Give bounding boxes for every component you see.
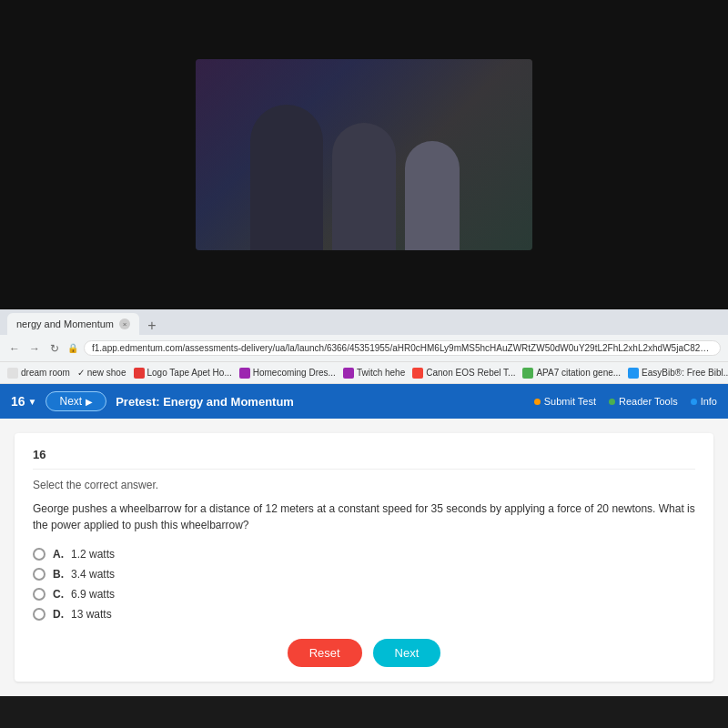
reader-tools-button[interactable]: Reader Tools	[609, 396, 678, 407]
bookmark-twitch[interactable]: Twitch hehe	[343, 368, 405, 379]
bookmark-label: dream room	[21, 368, 70, 378]
tab-close-button[interactable]: ×	[119, 318, 130, 329]
tv-area	[0, 0, 728, 309]
reader-tools-label: Reader Tools	[619, 396, 678, 407]
arrow-icon: ▶	[86, 397, 93, 407]
info-label: Info	[701, 396, 717, 407]
option-c[interactable]: C. 6.9 watts	[33, 588, 695, 601]
bookmark-apa7[interactable]: APA7 citation gene...	[522, 368, 621, 379]
option-b[interactable]: B. 3.4 watts	[33, 568, 695, 581]
figure-1	[250, 105, 323, 250]
submit-dot-icon	[534, 399, 541, 405]
option-letter-a: A.	[53, 548, 64, 561]
bookmark-label: ✓ new shoe	[77, 368, 126, 378]
option-letter-c: C.	[53, 588, 64, 601]
option-text-d: 13 watts	[71, 608, 112, 621]
submit-test-label: Submit Test	[544, 396, 596, 407]
next-label: Next	[59, 395, 82, 408]
info-dot-icon	[691, 399, 697, 405]
bookmark-logo-tape[interactable]: Logo Tape Apet Ho...	[134, 368, 232, 379]
reload-button[interactable]: ↻	[47, 341, 62, 356]
figure-3	[405, 141, 460, 250]
info-button[interactable]: Info	[691, 396, 717, 407]
bookmark-icon	[522, 368, 533, 379]
toolbar-right: Submit Test Reader Tools Info	[534, 396, 717, 407]
content-area: 16 Select the correct answer. George pus…	[0, 419, 728, 696]
bookmark-icon	[628, 368, 639, 379]
chevron-down-icon: ▼	[28, 397, 37, 407]
address-bar: ← → ↻ 🔒 f1.app.edmentum.com/assessments-…	[0, 335, 728, 362]
question-number-label: 16	[33, 448, 695, 470]
option-text-a: 1.2 watts	[71, 548, 115, 561]
bookmarks-bar: dream room ✓ new shoe Logo Tape Apet Ho.…	[0, 362, 728, 384]
option-text-b: 3.4 watts	[71, 568, 115, 581]
bookmark-label: Twitch hehe	[357, 368, 405, 378]
option-d[interactable]: D. 13 watts	[33, 608, 695, 621]
option-letter-b: B.	[53, 568, 64, 581]
answer-options: A. 1.2 watts B. 3.4 watts C. 6.9 watts D…	[33, 548, 695, 621]
bookmark-homecoming[interactable]: Homecoming Dres...	[239, 368, 336, 379]
question-card: 16 Select the correct answer. George pus…	[15, 433, 713, 682]
option-text-c: 6.9 watts	[71, 588, 115, 601]
bookmark-icon	[239, 368, 250, 379]
bookmark-icon	[412, 368, 423, 379]
question-number: 16 ▼	[11, 394, 36, 409]
reset-button[interactable]: Reset	[288, 639, 362, 667]
browser-chrome: nergy and Momentum × + ← → ↻ 🔒 f1.app.ed…	[0, 309, 728, 696]
url-input[interactable]: f1.app.edmentum.com/assessments-delivery…	[84, 340, 721, 356]
bookmark-easybib[interactable]: EasyBib®: Free Bibl...	[628, 368, 728, 379]
radio-b[interactable]	[33, 568, 46, 581]
ssl-lock-icon: 🔒	[67, 343, 78, 353]
bookmark-icon	[134, 368, 145, 379]
bookmark-new-shoe[interactable]: ✓ new shoe	[77, 368, 126, 378]
bookmark-label: Homecoming Dres...	[253, 368, 336, 378]
next-action-button[interactable]: Next	[373, 639, 441, 667]
forward-button[interactable]: →	[27, 341, 42, 356]
active-tab[interactable]: nergy and Momentum ×	[7, 313, 139, 335]
bookmark-dream-room[interactable]: dream room	[7, 368, 70, 379]
option-a[interactable]: A. 1.2 watts	[33, 548, 695, 561]
tab-label: nergy and Momentum	[16, 318, 114, 329]
reader-dot-icon	[609, 399, 615, 405]
test-title: Pretest: Energy and Momentum	[116, 395, 525, 409]
bookmark-canon[interactable]: Canon EOS Rebel T...	[412, 368, 515, 379]
bookmark-icon	[343, 368, 354, 379]
bookmark-label: APA7 citation gene...	[536, 368, 621, 378]
tab-bar: nergy and Momentum × +	[0, 309, 728, 335]
option-letter-d: D.	[53, 608, 64, 621]
next-button-toolbar[interactable]: Next ▶	[46, 391, 106, 411]
radio-a[interactable]	[33, 548, 46, 561]
tv-screen	[196, 59, 532, 250]
bookmark-label: Canon EOS Rebel T...	[426, 368, 515, 378]
radio-d[interactable]	[33, 608, 46, 621]
action-buttons: Reset Next	[33, 639, 695, 667]
bookmark-icon	[7, 368, 18, 379]
radio-c[interactable]	[33, 588, 46, 601]
figure-2	[332, 123, 396, 250]
instruction-text: Select the correct answer.	[33, 479, 695, 491]
bookmark-label: Logo Tape Apet Ho...	[147, 368, 232, 378]
back-button[interactable]: ←	[7, 341, 22, 356]
new-tab-button[interactable]: +	[143, 317, 161, 335]
question-text: George pushes a wheelbarrow for a distan…	[33, 500, 695, 533]
submit-test-button[interactable]: Submit Test	[534, 396, 596, 407]
app-toolbar: 16 ▼ Next ▶ Pretest: Energy and Momentum…	[0, 384, 728, 419]
question-num-value: 16	[11, 394, 25, 409]
bookmark-label: EasyBib®: Free Bibl...	[642, 368, 728, 378]
